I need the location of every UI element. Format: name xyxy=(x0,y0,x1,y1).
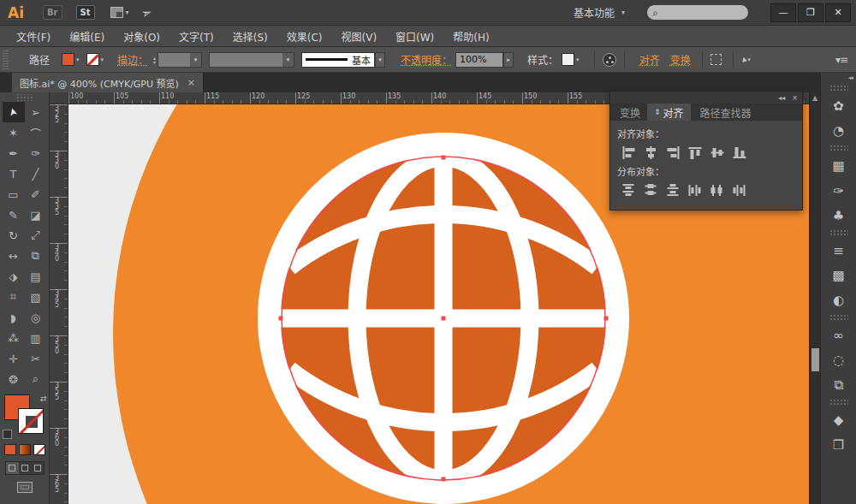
menu-item[interactable]: 文件(F) xyxy=(7,26,60,47)
dock-grip-icon[interactable] xyxy=(829,145,848,151)
tool-button[interactable]: ▧ xyxy=(25,287,47,307)
stroke-width-stepper[interactable]: ▴ ▾ xyxy=(153,56,156,64)
tool-button[interactable]: ➢ xyxy=(25,102,47,122)
opacity-link[interactable]: 不透明度： xyxy=(401,52,452,67)
opacity-input[interactable]: 100% xyxy=(455,52,503,68)
tool-button[interactable]: ↻ xyxy=(3,225,25,246)
align-button[interactable] xyxy=(639,144,662,161)
anchor-top[interactable] xyxy=(442,156,446,160)
tool-button[interactable]: ⬗ xyxy=(3,266,25,287)
tool-button[interactable]: ⌗ xyxy=(3,287,25,307)
tool-button[interactable]: ✶ xyxy=(3,122,25,143)
tab-close-icon[interactable]: × xyxy=(187,77,195,88)
tool-button[interactable]: ⁂ xyxy=(3,328,25,348)
brush-definition-dropdown[interactable]: 基本 xyxy=(301,52,375,68)
default-fill-stroke-icon[interactable] xyxy=(3,430,12,439)
dock-grip-icon[interactable] xyxy=(829,85,848,92)
tool-button[interactable]: ╱ xyxy=(25,163,47,184)
document-tab[interactable]: 图标.ai* @ 400% (CMYK/GPU 预览) × xyxy=(12,73,204,92)
bridge-button[interactable]: Br xyxy=(43,5,62,20)
tool-button[interactable]: ➤ xyxy=(3,102,25,122)
align-button[interactable] xyxy=(617,144,639,161)
dock-panel-button[interactable]: ◆ xyxy=(821,407,856,432)
stock-button[interactable]: St xyxy=(76,5,95,20)
align-button[interactable] xyxy=(728,144,751,161)
width-profile-dropdown[interactable]: ▾ xyxy=(209,52,294,68)
anchor-center[interactable] xyxy=(442,317,446,321)
tool-button[interactable]: ⌕ xyxy=(25,369,47,389)
tool-button[interactable]: ✛ xyxy=(3,348,25,369)
distribute-button[interactable] xyxy=(662,181,684,199)
search-input[interactable]: ⌕ xyxy=(647,5,748,20)
menu-item[interactable]: 视图(V) xyxy=(331,26,386,47)
menu-item[interactable]: 窗口(W) xyxy=(386,26,443,47)
arrange-documents-button[interactable]: ▾ xyxy=(110,7,129,18)
opacity-dropdown-arrow[interactable]: ▸ xyxy=(503,52,514,68)
stroke-width-dropdown[interactable]: ▾ xyxy=(158,52,202,68)
dock-panel-button[interactable]: ◔ xyxy=(821,118,856,143)
scroll-up-icon[interactable]: ▲ xyxy=(810,94,820,102)
tool-button[interactable]: ▤ xyxy=(25,266,47,287)
menu-item[interactable]: 选择(S) xyxy=(223,26,277,47)
chevron-down-icon[interactable]: ▾ xyxy=(576,56,580,63)
dock-collapse-icon[interactable]: ◂◂ xyxy=(821,73,856,83)
anchor-bottom[interactable] xyxy=(442,477,446,482)
style-swatch[interactable] xyxy=(562,53,574,66)
dock-grip-icon[interactable] xyxy=(829,399,848,406)
chevron-down-icon[interactable]: ▾ xyxy=(101,56,104,63)
menu-item[interactable]: 帮助(H) xyxy=(443,26,498,47)
dock-panel-button[interactable]: ♣ xyxy=(821,203,856,228)
tool-button[interactable]: ✐ xyxy=(25,184,47,205)
distribute-button[interactable] xyxy=(639,181,662,199)
align-button[interactable] xyxy=(662,144,684,161)
dock-panel-button[interactable]: ▩ xyxy=(821,263,856,288)
share-icon[interactable]: ➣ xyxy=(139,3,154,21)
dock-panel-button[interactable]: ✿ xyxy=(821,93,856,118)
gradient-button[interactable] xyxy=(19,444,31,455)
draw-normal-button[interactable] xyxy=(6,462,19,474)
bounding-box-icon[interactable] xyxy=(710,54,722,65)
distribute-button[interactable] xyxy=(684,181,706,199)
panel-collapse-icon[interactable]: ◂◂ xyxy=(778,94,785,102)
stepper-down-icon[interactable]: ▾ xyxy=(153,60,156,64)
anchor-right[interactable] xyxy=(604,317,609,321)
tool-button[interactable]: ↔ xyxy=(3,246,25,266)
tool-button[interactable]: ✑ xyxy=(25,143,47,163)
panel-grip-icon[interactable] xyxy=(3,50,9,69)
dock-panel-button[interactable]: ◌ xyxy=(821,347,856,372)
dock-grip-icon[interactable] xyxy=(829,314,848,321)
workspace-switcher[interactable]: 基本功能 ▾ xyxy=(574,5,625,20)
stroke-swatch-none[interactable] xyxy=(18,408,44,434)
draw-inside-button[interactable] xyxy=(31,462,44,474)
stroke-panel-link[interactable]: 描边： xyxy=(117,52,148,67)
menu-item[interactable]: 编辑(E) xyxy=(60,26,114,47)
restore-button[interactable]: ❐ xyxy=(798,3,823,22)
distribute-button[interactable] xyxy=(706,181,728,199)
align-panel-link[interactable]: 对齐 xyxy=(639,52,660,67)
panel-close-icon[interactable]: × xyxy=(792,94,798,102)
scrollbar-thumb[interactable] xyxy=(811,348,819,371)
tool-button[interactable]: ◗ xyxy=(3,307,25,328)
stroke-color-swatch[interactable] xyxy=(86,53,99,66)
dock-panel-button[interactable]: ◐ xyxy=(821,288,856,312)
anchor-left[interactable] xyxy=(279,317,283,321)
transform-panel-link[interactable]: 变换 xyxy=(670,52,691,67)
draw-behind-button[interactable] xyxy=(19,462,32,474)
fill-color-swatch[interactable] xyxy=(62,53,74,66)
tool-button[interactable]: ▥ xyxy=(25,328,47,348)
chevron-down-icon[interactable]: ▾ xyxy=(76,56,80,63)
select-similar-button[interactable]: ▸ ▾ xyxy=(741,54,758,65)
dock-panel-button[interactable]: ⧉ xyxy=(821,372,856,397)
tool-button[interactable]: ⧉ xyxy=(25,246,47,266)
tool-button[interactable]: ⤢ xyxy=(25,225,47,246)
dock-panel-button[interactable]: ❒ xyxy=(821,432,856,457)
tool-button[interactable]: ◎ xyxy=(25,307,47,328)
tool-button[interactable]: ◪ xyxy=(25,205,47,225)
tool-button[interactable]: T xyxy=(3,163,25,184)
brush-dropdown-caret[interactable]: ▾ xyxy=(375,52,385,68)
dock-panel-button[interactable]: ≡ xyxy=(821,238,856,263)
recolor-artwork-icon[interactable] xyxy=(603,53,616,67)
tool-button[interactable]: ✎ xyxy=(3,205,25,225)
tool-button[interactable]: ▭ xyxy=(3,184,25,205)
dock-grip-icon[interactable] xyxy=(829,229,848,236)
